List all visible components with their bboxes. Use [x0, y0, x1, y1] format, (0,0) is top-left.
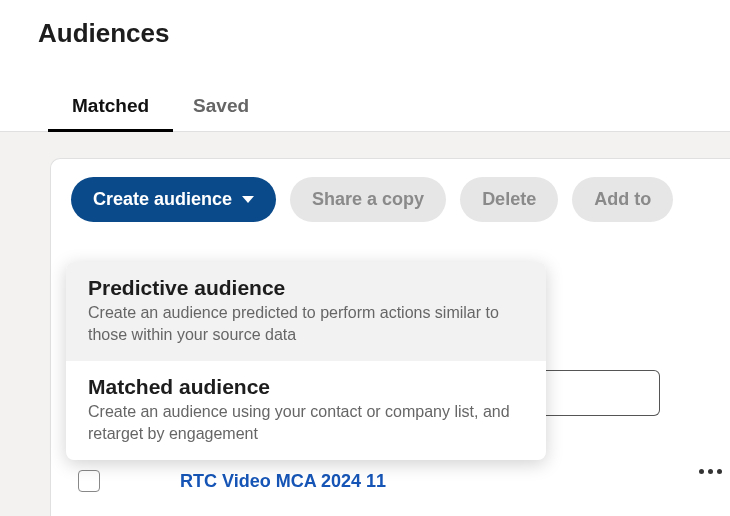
- page-title: Audiences: [0, 0, 730, 49]
- delete-button[interactable]: Delete: [460, 177, 558, 222]
- search-input[interactable]: [545, 370, 660, 416]
- tab-matched[interactable]: Matched: [72, 95, 149, 131]
- row-checkbox[interactable]: [78, 470, 100, 492]
- table-row[interactable]: RTC Video MCA 2024 11: [78, 470, 386, 492]
- audience-name-link[interactable]: RTC Video MCA 2024 11: [180, 471, 386, 492]
- chevron-down-icon: [242, 196, 254, 203]
- share-copy-button[interactable]: Share a copy: [290, 177, 446, 222]
- create-audience-menu: Predictive audience Create an audience p…: [66, 262, 546, 460]
- add-to-button[interactable]: Add to: [572, 177, 673, 222]
- menu-item-title: Matched audience: [88, 375, 524, 399]
- menu-item-title: Predictive audience: [88, 276, 524, 300]
- menu-item-matched-audience[interactable]: Matched audience Create an audience usin…: [66, 361, 546, 460]
- more-icon[interactable]: [699, 469, 722, 474]
- tabs: Matched Saved: [0, 49, 730, 132]
- menu-item-desc: Create an audience using your contact or…: [88, 401, 524, 444]
- create-audience-button[interactable]: Create audience: [71, 177, 276, 222]
- tab-saved[interactable]: Saved: [193, 95, 249, 131]
- menu-item-predictive-audience[interactable]: Predictive audience Create an audience p…: [66, 262, 546, 361]
- menu-item-desc: Create an audience predicted to perform …: [88, 302, 524, 345]
- create-audience-label: Create audience: [93, 189, 232, 210]
